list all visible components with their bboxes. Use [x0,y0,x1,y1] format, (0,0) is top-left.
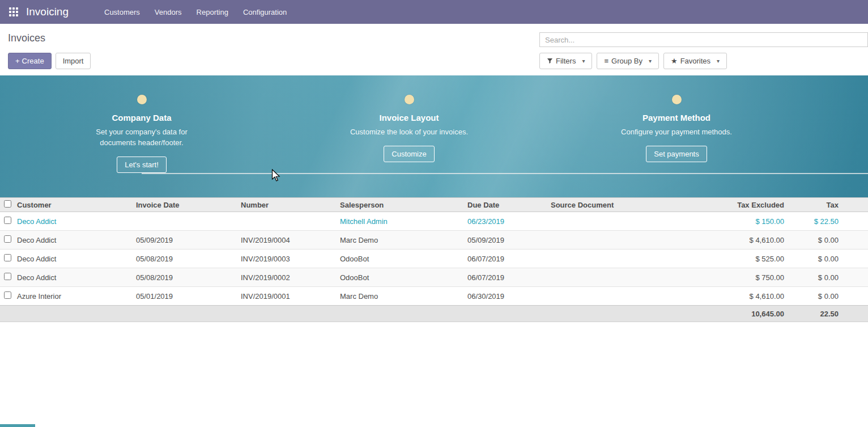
caret-down-icon: ▾ [717,58,720,64]
group-by-icon: ≡ [604,57,609,65]
table-row[interactable]: Deco Addict 05/08/2019 INV/2019/0003 Odo… [0,250,868,268]
cell-source-document [548,287,690,306]
cell-number: INV/2019/0001 [239,287,338,306]
total-tax-excluded: 10,645.00 [690,306,786,322]
menu-vendors[interactable]: Vendors [147,0,189,24]
caret-down-icon: ▾ [582,58,585,64]
cell-invoice-date: 05/09/2019 [134,231,239,250]
mouse-cursor-icon [271,169,282,183]
total-tax: 22.50 [786,306,841,322]
cell-due-date: 06/07/2019 [465,250,548,268]
cell-tax-excluded: $ 750.00 [690,268,786,287]
cell-tax: $ 0.00 [786,231,841,250]
cell-tax-excluded: $ 150.00 [690,212,786,231]
column-header-source-document[interactable]: Source Document [548,198,690,212]
set-payments-button[interactable]: Set payments [646,146,707,162]
table-header-row: Customer Invoice Date Number Salesperson… [0,198,868,212]
cell-number: INV/2019/0004 [239,231,338,250]
cell-invoice-date: 05/08/2019 [134,250,239,268]
column-header-number[interactable]: Number [239,198,338,212]
step-description: Set your company's data for documents he… [79,127,204,149]
menu-customers[interactable]: Customers [97,0,147,24]
cell-tax: $ 0.00 [786,250,841,268]
cell-source-document [548,250,690,268]
apps-menu-icon[interactable] [6,4,22,20]
column-header-due-date[interactable]: Due Date [465,198,548,212]
onboarding-step-invoice-layout: Invoice Layout Customize the look of you… [335,95,483,162]
onboarding-step-payment-method: Payment Method Configure your payment me… [603,95,750,162]
cell-tax-excluded: $ 4,610.00 [690,231,786,250]
step-title: Invoice Layout [335,113,483,122]
invoices-table: Customer Invoice Date Number Salesperson… [0,197,868,322]
create-button-label: Create [22,57,44,65]
cell-customer: Deco Addict [15,231,134,250]
table-row[interactable]: Azure Interior 05/01/2019 INV/2019/0001 … [0,287,868,306]
cell-invoice-date [134,212,239,231]
row-checkbox[interactable] [4,217,11,224]
table-row[interactable]: Deco Addict 05/09/2019 INV/2019/0004 Mar… [0,231,868,250]
cell-salesperson: Marc Demo [338,231,465,250]
select-all-checkbox[interactable] [4,200,11,208]
cell-due-date: 06/30/2019 [465,287,548,306]
column-header-tax[interactable]: Tax [786,198,841,212]
step-title: Company Data [68,113,215,122]
cell-number: INV/2019/0002 [239,268,338,287]
top-navbar: Invoicing Customers Vendors Reporting Co… [0,0,868,24]
filters-button-label: Filters [556,57,576,65]
bottom-accent-strip [0,424,35,427]
control-panel: Invoices +Create Import Filters ▾ ≡ Grou… [0,24,868,75]
cell-tax: $ 0.00 [786,287,841,306]
favorites-button[interactable]: ★ Favorites ▾ [663,53,727,69]
cell-salesperson: Marc Demo [338,287,465,306]
menu-configuration[interactable]: Configuration [236,0,294,24]
column-header-invoice-date[interactable]: Invoice Date [134,198,239,212]
onboarding-step-company-data: Company Data Set your company's data for… [68,95,215,173]
cell-due-date: 06/23/2019 [465,212,548,231]
caret-down-icon: ▾ [649,58,652,64]
row-checkbox[interactable] [4,291,11,299]
row-checkbox[interactable] [4,273,11,280]
filter-icon [547,58,553,64]
cell-number [239,212,338,231]
column-header-customer[interactable]: Customer [15,198,134,212]
column-header-filler [841,198,868,212]
customize-button[interactable]: Customize [384,146,434,162]
cell-due-date: 05/09/2019 [465,231,548,250]
cell-source-document [548,212,690,231]
cell-customer: Azure Interior [15,287,134,306]
menu-reporting[interactable]: Reporting [189,0,236,24]
cell-tax: $ 22.50 [786,212,841,231]
step-dot-icon [672,95,682,104]
cell-source-document [548,268,690,287]
app-brand[interactable]: Invoicing [26,6,69,18]
cell-customer: Deco Addict [15,212,134,231]
step-dot-icon [137,95,147,104]
cell-tax-excluded: $ 525.00 [690,250,786,268]
cell-salesperson: Mitchell Admin [338,212,465,231]
group-by-button[interactable]: ≡ Group By ▾ [597,53,659,69]
column-header-salesperson[interactable]: Salesperson [338,198,465,212]
table-row[interactable]: Deco Addict Mitchell Admin 06/23/2019 $ … [0,212,868,231]
search-input[interactable] [539,32,868,47]
cell-source-document [548,231,690,250]
cell-invoice-date: 05/01/2019 [134,287,239,306]
apps-grid-icon [9,7,18,16]
onboarding-progress-line [142,173,868,174]
row-checkbox[interactable] [4,235,11,243]
step-description: Configure your payment methods. [614,127,739,138]
row-checkbox[interactable] [4,254,11,261]
plus-icon: + [15,57,20,65]
cell-customer: Deco Addict [15,268,134,287]
cell-salesperson: OdooBot [338,268,465,287]
cell-tax: $ 0.00 [786,268,841,287]
import-button[interactable]: Import [56,53,91,69]
create-button[interactable]: +Create [8,53,52,69]
step-description: Customize the look of your invoices. [347,127,471,138]
filters-button[interactable]: Filters ▾ [539,53,592,69]
column-header-tax-excluded[interactable]: Tax Excluded [690,198,786,212]
lets-start-button[interactable]: Let's start! [117,157,167,173]
cell-due-date: 06/07/2019 [465,268,548,287]
page-title: Invoices [8,32,91,44]
step-dot-icon [405,95,414,104]
table-row[interactable]: Deco Addict 05/08/2019 INV/2019/0002 Odo… [0,268,868,287]
